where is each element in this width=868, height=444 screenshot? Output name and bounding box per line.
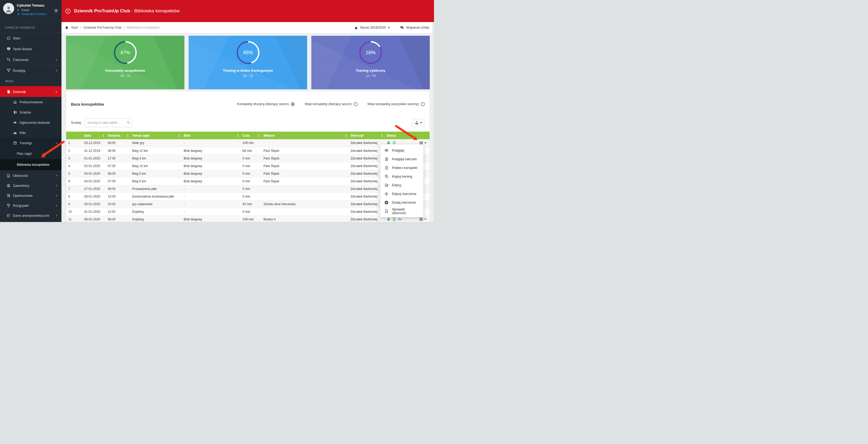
sort-icons[interactable] — [345, 134, 347, 137]
rank-chevrons-icon — [17, 12, 20, 15]
sort-icons[interactable] — [237, 134, 239, 137]
chevron-down-icon — [55, 142, 58, 145]
table-cell: Drybling — [130, 216, 182, 222]
sort-icons[interactable] — [381, 134, 383, 137]
sort-icons[interactable] — [178, 134, 180, 137]
table-cell: 06:00 — [105, 170, 130, 177]
page-scrollbar[interactable] — [432, 22, 434, 222]
table-row[interactable]: 828-01-202010:00Doskonalenie kozłowania … — [66, 193, 430, 200]
table-row[interactable]: 503-01-202006:00Bieg 5 kmBlok biegowy0 m… — [66, 170, 430, 177]
menu-item-podglad-cwiczen[interactable]: Podgląd ćwiczeń — [380, 155, 423, 163]
table-row[interactable]: 103-12-201908:00Małe gry-109 minZdrzałek… — [66, 139, 430, 147]
menu-item-dodaj-cwiczenia[interactable]: Dodaj ćwiczenia — [380, 198, 423, 207]
table-row[interactable]: 301-01-202017:00Bieg 4 kmBlok biegowy0 m… — [66, 155, 430, 162]
sidebar-item-podsumowanie[interactable]: Podsumowanie — [0, 97, 61, 107]
col-temat[interactable]: Temat zajęć — [130, 132, 182, 139]
sidebar-item-szatnia[interactable]: Szatnia — [0, 107, 61, 118]
sidebar-item-plan-zajec[interactable]: Plan zajęć — [0, 148, 61, 159]
sidebar-item-tactic-board[interactable]: Tactic Board — [0, 43, 61, 54]
radio-my-season[interactable]: Moje konspekty (bieżący sezon) — [305, 102, 358, 106]
menu-item-sprawdz-obecnosc[interactable]: Sprawdź obecność — [380, 207, 423, 216]
table-row[interactable]: 231-12-201906:00Bieg 12 kmBlok biegowy68… — [66, 147, 430, 155]
support-chat-link[interactable]: Wsparcie (chat) — [400, 26, 429, 30]
table-cell: 2 — [66, 147, 82, 155]
sidebar-item-rozgrywki[interactable]: Rozgrywki — [0, 200, 61, 211]
table-row[interactable]: 402-01-202007:00Bieg 10 kmBlok biegowy0 … — [66, 162, 430, 170]
back-button[interactable] — [65, 8, 71, 14]
sidebar-item-dostepy[interactable]: Dostępy — [0, 65, 61, 76]
radio-icon[interactable] — [353, 102, 358, 106]
sort-icons[interactable] — [102, 134, 104, 137]
radio-selected-icon[interactable] — [291, 102, 295, 106]
row-actions-button[interactable] — [419, 218, 426, 221]
table-cell: 06:00 — [105, 147, 130, 155]
table-cell: 08:00 — [105, 139, 130, 147]
sidebar-item-biblioteka-konspektow[interactable]: Biblioteka konspektów — [0, 159, 61, 170]
radio-my-all[interactable]: Moje konspekty (wszystkie sezony) — [368, 102, 425, 106]
breadcrumb: Start / Dziennik ProTrainUp Club / Bibli… — [65, 26, 159, 29]
table-cell: Zdrzałek Bartłomiej — [348, 162, 384, 170]
table-row[interactable]: 1106-02-202008:00DryblingBlok biegowy109… — [66, 216, 430, 222]
menu-item-podglad[interactable]: Podgląd — [380, 146, 423, 155]
table-cell: Blok biegowy — [182, 216, 240, 222]
menu-item-pobierz-konspekt[interactable]: Pobierz konspekt — [380, 163, 423, 172]
sidebar-item-ogloszenia[interactable]: Ogłoszenia klubowe — [0, 118, 61, 128]
table-cell: Doskonalenie kozłowania piłki — [130, 193, 182, 200]
table-cell — [261, 185, 348, 193]
progress-ring: 16% — [358, 40, 383, 65]
row-actions-menu: Podgląd Podgląd ćwiczeń Pobierz konspekt… — [380, 144, 424, 217]
card-ratio: 36 / 78 — [66, 74, 184, 78]
radio-team-season[interactable]: Konspekty drużyny (bieżący sezon) — [237, 102, 295, 106]
table-cell: 07:00 — [105, 162, 130, 170]
col-godzina[interactable]: Godzina — [105, 132, 130, 139]
search-label: Szukaj: — [71, 121, 82, 125]
search-input[interactable] — [85, 118, 132, 127]
home-icon[interactable] — [65, 26, 68, 29]
breadcrumb-item[interactable]: Start — [71, 26, 78, 29]
profile-settings-gear-icon[interactable] — [54, 8, 58, 13]
menu-item-edytuj-cwiczenia[interactable]: Edytuj ćwiczenia — [380, 189, 423, 198]
sidebar-item-dane-antropometryczne[interactable]: Dane antropometryczne — [0, 211, 61, 220]
table-cell: Bieg 12 km — [130, 147, 182, 155]
menu-item-kopiuj-trening[interactable]: Kopiuj trening — [380, 172, 423, 181]
sidebar-item-zawodnicy[interactable]: Zawodnicy — [0, 181, 61, 190]
export-button[interactable] — [412, 119, 425, 127]
sort-icons[interactable] — [127, 134, 128, 137]
sidebar-item-treningi[interactable]: Treningi — [0, 138, 61, 148]
user-plan[interactable]: Dedicated Custom — [17, 12, 47, 15]
table-row[interactable]: 928-01-202020:00gry zadaniowe-92 minSzko… — [66, 200, 430, 208]
user-role: Trener — [17, 8, 47, 11]
sidebar-item-dziennik[interactable]: Dziennik — [0, 86, 61, 97]
sidebar-item-cwiczenia[interactable]: Ćwiczenia — [0, 54, 61, 65]
section-label-menu: MENU — [0, 76, 61, 86]
season-selector[interactable]: Sezon 2019/2020 — [354, 26, 390, 30]
table-cell: gry zadaniowe — [130, 200, 182, 208]
table-cell: 1 — [66, 139, 82, 147]
col-data[interactable]: Data — [82, 132, 105, 139]
col-stworzyl[interactable]: Stworzył — [348, 132, 384, 139]
table-row[interactable]: 727-01-202008:00Prowadzenie piłki-0 minZ… — [66, 185, 430, 193]
col-blok[interactable]: Blok — [182, 132, 240, 139]
col-index[interactable] — [66, 132, 82, 139]
menu-item-edytuj[interactable]: Edytuj — [380, 181, 423, 189]
sidebar-item-start[interactable]: Start — [0, 33, 61, 43]
table-row[interactable]: 604-01-202007:00Bieg 8 kmBlok biegowy0 m… — [66, 177, 430, 185]
chevron-right-icon — [56, 184, 58, 187]
sidebar-item-obecnosc[interactable]: Obecność — [0, 170, 61, 181]
sidebar-item-opiekunowie[interactable]: Opiekunowie — [0, 190, 61, 200]
user-profile[interactable]: Cybulski Tomasz Trener Dedicated Custom — [0, 0, 61, 22]
table-row[interactable]: 1031-01-202011:00Drybling-0 minZdrzałek … — [66, 208, 430, 216]
radio-icon[interactable] — [421, 102, 425, 106]
chevron-right-icon — [56, 214, 58, 217]
sidebar-item-pliki[interactable]: Pliki — [0, 128, 61, 138]
sort-icons[interactable] — [258, 134, 260, 137]
table-cell: 27-01-2020 — [82, 185, 105, 193]
eye-icon — [384, 148, 389, 153]
table-cell: Bieg 8 km — [130, 177, 182, 185]
col-czas[interactable]: Czas — [240, 132, 261, 139]
table-cell: 10 — [66, 208, 82, 216]
table-cell: 04-01-2020 — [82, 177, 105, 185]
col-miejsce[interactable]: Miejsce — [261, 132, 348, 139]
breadcrumb-item[interactable]: Dziennik ProTrainUp Club — [84, 26, 121, 29]
col-status[interactable]: Status — [384, 132, 430, 139]
